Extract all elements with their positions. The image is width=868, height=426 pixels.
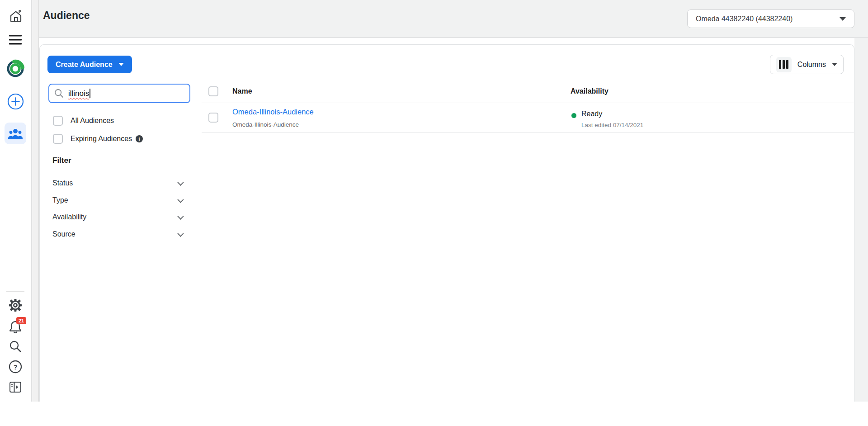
columns-label: Columns xyxy=(797,61,826,69)
chevron-down-icon xyxy=(177,197,184,203)
main-region: Audience Omeda 44382240 (44382240) Creat… xyxy=(39,0,868,402)
filter-group-type[interactable]: Type xyxy=(52,194,182,206)
vertical-scrollbar[interactable] xyxy=(32,0,39,402)
sidebar: 21 ? xyxy=(0,0,32,402)
settings-button[interactable] xyxy=(8,298,23,312)
search-icon xyxy=(54,89,64,98)
select-all-checkbox[interactable] xyxy=(208,86,218,96)
search-input[interactable]: illinois xyxy=(48,84,190,103)
status-dot-icon xyxy=(571,113,576,118)
info-icon[interactable]: i xyxy=(136,135,143,142)
filter-group-availability[interactable]: Availability xyxy=(52,211,182,223)
audience-name-link[interactable]: Omeda-Illinois-Audience xyxy=(232,108,314,116)
content-area: Create Audience illinois All Audiences xyxy=(39,38,854,402)
sidebar-divider xyxy=(6,291,24,292)
search-icon xyxy=(8,339,23,354)
help-button[interactable]: ? xyxy=(8,360,23,374)
svg-text:?: ? xyxy=(13,363,17,371)
create-audience-button[interactable]: Create Audience xyxy=(47,56,132,73)
columns-button[interactable]: Columns xyxy=(770,55,844,74)
chevron-down-icon xyxy=(832,63,837,66)
audience-table: Columns Name Availability Omeda-Illinois… xyxy=(202,45,854,402)
row-checkbox[interactable] xyxy=(208,113,218,123)
filter-group-label: Availability xyxy=(52,213,86,221)
all-audiences-option[interactable]: All Audiences xyxy=(53,116,114,126)
chevron-down-icon xyxy=(177,231,184,237)
notifications-count-badge: 21 xyxy=(16,317,26,324)
chevron-down-icon xyxy=(118,63,124,66)
chevron-down-icon xyxy=(177,180,184,186)
table-row: Omeda-Illinois-Audience Omeda-Illinois-A… xyxy=(202,104,854,133)
filter-group-source[interactable]: Source xyxy=(52,228,182,240)
home-icon xyxy=(9,9,23,24)
table-header-row: Name Availability xyxy=(202,81,854,103)
columns-icon xyxy=(776,57,792,72)
page-header: Audience Omeda 44382240 (44382240) xyxy=(39,0,868,38)
lotame-logo xyxy=(5,57,26,79)
account-selector[interactable]: Omeda 44382240 (44382240) xyxy=(687,9,854,28)
chevron-down-icon xyxy=(840,17,846,21)
expiring-audiences-checkbox[interactable] xyxy=(53,134,63,144)
expiring-audiences-label: Expiring Audiences xyxy=(71,135,132,143)
main-menu-button[interactable] xyxy=(9,34,22,45)
create-audience-label: Create Audience xyxy=(56,61,113,69)
search-input-value: illinois xyxy=(68,89,89,98)
text-cursor xyxy=(90,89,90,98)
last-edited-text: Last edited 07/14/2021 xyxy=(581,122,643,128)
menu-icon xyxy=(9,34,22,45)
filter-group-label: Source xyxy=(52,230,75,238)
column-header-name: Name xyxy=(232,87,252,95)
create-new-button[interactable] xyxy=(7,93,24,110)
expiring-audiences-option[interactable]: Expiring Audiences i xyxy=(53,134,143,144)
app-root: 21 ? Audience xyxy=(0,0,868,402)
filter-group-label: Type xyxy=(52,196,68,204)
page-title: Audience xyxy=(43,9,90,22)
home-nav-button[interactable] xyxy=(9,9,23,24)
notifications-button[interactable]: 21 xyxy=(8,318,23,334)
app-logo[interactable] xyxy=(5,57,26,79)
availability-status: Ready xyxy=(581,110,602,118)
help-icon: ? xyxy=(8,360,23,374)
plus-circle-icon xyxy=(7,93,24,110)
expand-panel-icon xyxy=(8,380,23,394)
all-audiences-label: All Audiences xyxy=(71,117,114,125)
audience-subtitle: Omeda-Illinois-Audience xyxy=(232,121,299,128)
audience-card: Create Audience illinois All Audiences xyxy=(39,44,854,402)
account-selector-value: Omeda 44382240 (44382240) xyxy=(696,15,840,23)
audiences-people-icon xyxy=(8,128,23,140)
chevron-down-icon xyxy=(177,213,184,220)
column-header-availability: Availability xyxy=(571,87,609,95)
settings-gear-icon xyxy=(8,298,23,312)
sidebar-item-audiences[interactable] xyxy=(5,123,26,144)
global-search-button[interactable] xyxy=(8,339,23,354)
filter-group-status[interactable]: Status xyxy=(52,177,182,189)
filter-group-label: Status xyxy=(52,179,73,187)
filter-heading: Filter xyxy=(52,156,71,165)
expand-panel-button[interactable] xyxy=(8,380,23,394)
all-audiences-checkbox[interactable] xyxy=(53,116,63,126)
